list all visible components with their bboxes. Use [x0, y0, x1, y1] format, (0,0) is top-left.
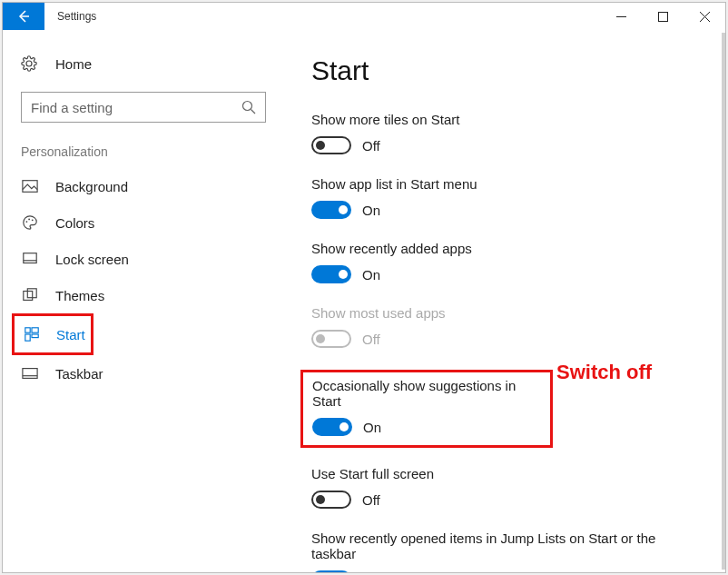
close-button[interactable]: [684, 3, 725, 30]
arrow-left-icon: [16, 9, 31, 24]
toggle-state-text: On: [362, 572, 380, 573]
home-nav[interactable]: Home: [3, 46, 284, 81]
sidebar-item-background[interactable]: Background: [3, 168, 284, 204]
toggle-app-list[interactable]: [311, 201, 351, 219]
sidebar-item-colors[interactable]: Colors: [3, 204, 284, 241]
search-input[interactable]: [31, 100, 241, 115]
toggle-state-text: Off: [362, 492, 380, 508]
svg-rect-11: [24, 253, 36, 263]
window-title: Settings: [57, 10, 96, 23]
scrollbar[interactable]: [722, 33, 725, 570]
back-button[interactable]: [3, 3, 44, 30]
annotation-switch-off: Switch off: [556, 361, 652, 384]
gear-icon: [21, 55, 39, 72]
section-label: Personalization: [3, 144, 284, 168]
svg-point-5: [243, 102, 252, 111]
palette-icon: [21, 214, 39, 231]
sidebar-item-lockscreen[interactable]: Lock screen: [3, 241, 284, 277]
toggle-state-text: Off: [362, 332, 380, 347]
setting-recently-added: Show recently added apps On: [311, 241, 707, 283]
sidebar-item-start[interactable]: Start: [12, 313, 93, 355]
toggle-recently-added[interactable]: [311, 265, 351, 283]
svg-rect-2: [658, 12, 667, 21]
toggle-state-text: On: [363, 420, 381, 435]
setting-suggestions: Occasionally show suggestions in Start O…: [312, 378, 541, 436]
toggle-most-used: [311, 330, 351, 348]
setting-label: Use Start full screen: [311, 466, 707, 481]
sidebar-item-taskbar[interactable]: Taskbar: [3, 355, 284, 392]
setting-fullscreen: Use Start full screen Off: [311, 466, 707, 509]
taskbar-icon: [21, 365, 39, 382]
maximize-icon: [658, 12, 668, 22]
home-label: Home: [55, 56, 92, 72]
page-title: Start: [311, 55, 707, 86]
minimize-icon: [616, 12, 626, 22]
toggle-jumplists[interactable]: [311, 570, 351, 572]
toggle-fullscreen[interactable]: [311, 491, 351, 509]
sidebar-item-label: Themes: [55, 288, 104, 303]
window-controls: [600, 3, 725, 30]
setting-jumplists: Show recently opened items in Jump Lists…: [311, 530, 707, 572]
setting-label: Show most used apps: [311, 305, 707, 321]
setting-label: Show more tiles on Start: [311, 112, 707, 127]
setting-label: Show app list in Start menu: [311, 176, 707, 192]
search-icon: [241, 100, 256, 114]
highlight-box: Occasionally show suggestions in Start O…: [300, 370, 553, 448]
setting-label: Occasionally show suggestions in Start: [312, 378, 541, 409]
toggle-suggestions[interactable]: [312, 418, 352, 436]
svg-point-8: [26, 221, 28, 223]
svg-point-10: [32, 219, 34, 221]
search-box[interactable]: [21, 92, 266, 123]
sidebar-item-label: Background: [55, 179, 128, 194]
settings-window: Settings Home Personalization Background: [2, 2, 726, 573]
svg-point-9: [28, 219, 30, 221]
toggle-more-tiles[interactable]: [311, 136, 351, 154]
themes-icon: [21, 287, 39, 303]
start-icon: [24, 326, 40, 342]
sidebar: Home Personalization Background Colors L…: [3, 30, 284, 572]
picture-icon: [21, 178, 39, 194]
sidebar-item-themes[interactable]: Themes: [3, 277, 284, 313]
svg-rect-19: [23, 369, 37, 379]
svg-rect-18: [32, 334, 38, 338]
close-icon: [700, 12, 710, 22]
svg-rect-17: [25, 334, 30, 341]
setting-more-tiles: Show more tiles on Start Off: [311, 112, 707, 154]
minimize-button[interactable]: [600, 3, 642, 30]
svg-rect-7: [23, 181, 37, 193]
toggle-state-text: Off: [362, 138, 380, 154]
maximize-button[interactable]: [642, 3, 684, 30]
sidebar-item-label: Start: [56, 327, 85, 342]
lockscreen-icon: [21, 251, 39, 267]
main-panel: Start Show more tiles on Start Off Show …: [284, 30, 725, 572]
body: Home Personalization Background Colors L…: [3, 30, 725, 572]
sidebar-item-label: Taskbar: [55, 366, 103, 382]
sidebar-item-label: Colors: [55, 215, 94, 231]
setting-most-used: Show most used apps Off: [311, 305, 707, 348]
toggle-state-text: On: [362, 203, 380, 218]
setting-label: Show recently added apps: [311, 241, 707, 256]
svg-rect-16: [32, 328, 38, 332]
toggle-state-text: On: [362, 267, 380, 283]
setting-app-list: Show app list in Start menu On: [311, 176, 707, 219]
svg-rect-15: [25, 328, 30, 332]
setting-label: Show recently opened items in Jump Lists…: [311, 530, 674, 561]
titlebar: Settings: [3, 3, 725, 30]
svg-line-6: [251, 110, 256, 114]
sidebar-item-label: Lock screen: [55, 252, 129, 267]
